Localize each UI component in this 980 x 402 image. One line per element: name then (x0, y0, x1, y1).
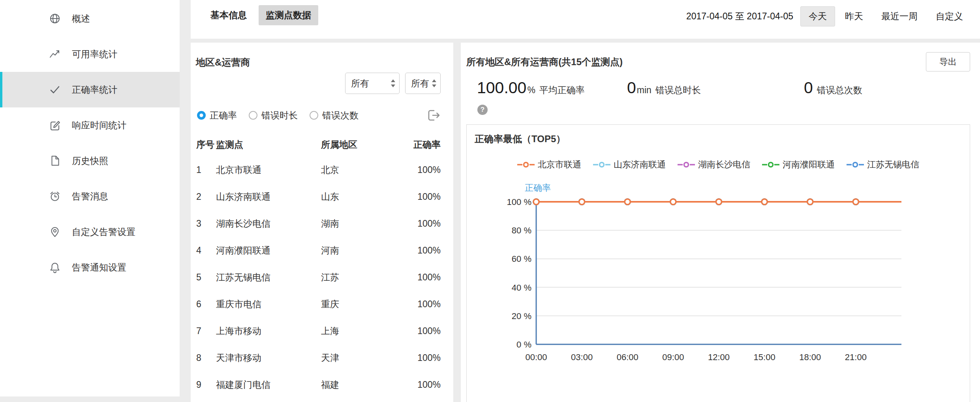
radio-icon (249, 111, 257, 120)
table-body: 1北京市联通北京100%2山东济南联通山东100%3湖南长沙电信湖南100%4河… (191, 156, 453, 398)
metric-radio-accuracy[interactable]: 正确率 (197, 109, 237, 122)
legend-marker (762, 162, 779, 168)
legend-label: 湖南长沙电信 (698, 159, 750, 171)
legend-item[interactable]: 江苏无锡电信 (847, 159, 919, 171)
summary-panel: 所有地区&所有运营商(共15个监测点) 导出 100.00%平均正确率0min错… (461, 43, 980, 402)
svg-text:12:00: 12:00 (708, 352, 730, 362)
check-icon (49, 84, 61, 96)
date-range-text: 2017-04-05 至 2017-04-05 (686, 10, 793, 23)
metric-row: 正确率错误时长错误次数 (197, 107, 441, 123)
legend-marker (593, 162, 610, 168)
export-icon[interactable] (426, 107, 441, 123)
table-header-cell: 正确率 (401, 139, 441, 151)
table-cell: 100% (401, 165, 441, 175)
legend-marker (678, 162, 695, 168)
table-row[interactable]: 8天津市移动天津100% (191, 344, 453, 371)
edit-icon (49, 119, 61, 131)
legend-item[interactable]: 湖南长沙电信 (678, 159, 750, 171)
range-button-yesterday[interactable]: 昨天 (837, 6, 871, 26)
select-stepper-icon (431, 78, 437, 88)
table-row[interactable]: 3湖南长沙电信湖南100% (191, 210, 453, 237)
sidebar-item-availability-stats[interactable]: 可用率统计 (0, 36, 180, 72)
select-value: 所有 (351, 77, 369, 90)
table-cell: 100% (401, 272, 441, 283)
metric-radio-error-duration[interactable]: 错误时长 (249, 109, 298, 122)
table-row[interactable]: 1北京市联通北京100% (191, 156, 453, 183)
table-cell: 天津市移动 (216, 352, 321, 364)
help-icon[interactable]: ? (477, 105, 488, 115)
table-row[interactable]: 6重庆市电信重庆100% (191, 291, 453, 317)
topbar: 基本信息监测点数据 2017-04-05 至 2017-04-05 今天昨天最近… (191, 0, 980, 39)
metric-radios: 正确率错误时长错误次数 (197, 109, 359, 122)
summary-stats: 100.00%平均正确率0min错误总时长0错误总次数 (466, 79, 970, 102)
stat-value: 100.00 (477, 79, 526, 97)
radio-icon (310, 111, 318, 120)
range-button-today[interactable]: 今天 (800, 6, 835, 26)
sidebar-item-label: 历史快照 (72, 155, 108, 167)
table-header-cell: 监测点 (216, 139, 321, 151)
table-cell: 山东 (321, 191, 401, 203)
stat-unit: min (637, 85, 651, 96)
table-cell: 河南濮阳联通 (216, 244, 321, 257)
sidebar-item-response-time-stats[interactable]: 响应时间统计 (0, 107, 180, 143)
table-cell: 北京 (321, 164, 401, 176)
table-cell: 河南 (321, 244, 401, 257)
stat-unit: % (527, 85, 535, 96)
select-stepper-icon (390, 78, 396, 88)
table-cell: 6 (196, 299, 216, 310)
sidebar-item-alert-messages[interactable]: 告警消息 (0, 178, 180, 214)
sidebar-item-overview[interactable]: 概述 (0, 1, 180, 36)
table-cell: 4 (196, 245, 216, 256)
alarm-icon (49, 190, 61, 202)
summary-title: 所有地区&所有运营商(共15个监测点) (466, 56, 623, 68)
globe-icon (49, 13, 61, 24)
table-cell: 100% (401, 218, 441, 229)
table-row[interactable]: 7上海市移动上海100% (191, 317, 453, 344)
table-cell: 100% (401, 299, 441, 310)
table-header-cell: 序号 (196, 139, 216, 151)
date-range-buttons: 今天昨天最近一周自定义 (800, 6, 971, 26)
table-row[interactable]: 9福建厦门电信福建100% (191, 371, 453, 398)
carrier-select[interactable]: 所有 (405, 73, 441, 94)
table-row[interactable]: 2山东济南联通山东100% (191, 183, 453, 210)
range-button-custom[interactable]: 自定义 (927, 6, 971, 26)
region-select[interactable]: 所有 (345, 73, 400, 94)
legend-item[interactable]: 北京市联通 (517, 159, 581, 171)
table-cell: 重庆市电信 (216, 298, 321, 310)
stat-label: 平均正确率 (539, 84, 585, 96)
table-row[interactable]: 5江苏无锡电信江苏100% (191, 264, 453, 291)
table-cell: 2 (196, 192, 216, 202)
table-cell: 山东济南联通 (216, 191, 321, 203)
stat-total-error-count: 0错误总次数 (804, 79, 862, 97)
sidebar: 概述可用率统计正确率统计响应时间统计历史快照告警消息自定义告警设置告警通知设置 (0, 0, 180, 396)
select-value: 所有 (411, 77, 429, 90)
stat-avg-accuracy: 100.00%平均正确率 (477, 79, 585, 97)
sidebar-item-custom-alert-settings[interactable]: 自定义告警设置 (0, 214, 180, 250)
tab-monitor-point-data[interactable]: 监测点数据 (259, 5, 318, 25)
sidebar-item-alert-notification-settings[interactable]: 告警通知设置 (0, 250, 180, 285)
legend-marker (517, 162, 535, 168)
stat-total-error-duration: 0min错误总时长 (627, 79, 701, 97)
svg-text:20 %: 20 % (512, 311, 531, 321)
table-cell: 北京市联通 (216, 164, 321, 176)
legend-item[interactable]: 山东济南联通 (593, 159, 666, 171)
table-cell: 上海市移动 (216, 325, 321, 337)
stat-label: 错误总时长 (655, 84, 701, 96)
svg-text:正确率: 正确率 (525, 183, 551, 193)
metric-radio-label: 错误时长 (261, 109, 298, 122)
sidebar-items: 概述可用率统计正确率统计响应时间统计历史快照告警消息自定义告警设置告警通知设置 (0, 1, 180, 285)
table-cell: 江苏无锡电信 (216, 271, 321, 284)
filter-panel: 地区&运营商 所有所有 正确率错误时长错误次数 序号监测点所属地区正确率 1北京… (191, 43, 453, 402)
table-row[interactable]: 4河南濮阳联通河南100% (191, 237, 453, 264)
range-button-last-week[interactable]: 最近一周 (873, 6, 926, 26)
sidebar-item-label: 告警通知设置 (72, 261, 126, 274)
legend-item[interactable]: 河南濮阳联通 (762, 159, 835, 171)
export-button[interactable]: 导出 (926, 52, 970, 71)
sidebar-item-label: 正确率统计 (72, 84, 117, 96)
legend-label: 河南濮阳联通 (783, 159, 835, 171)
metric-radio-error-count[interactable]: 错误次数 (310, 109, 359, 122)
sidebar-item-history-snapshots[interactable]: 历史快照 (0, 143, 180, 178)
sidebar-item-accuracy-stats[interactable]: 正确率统计 (0, 72, 180, 107)
tab-basic-info[interactable]: 基本信息 (208, 5, 249, 25)
file-icon (49, 155, 61, 167)
